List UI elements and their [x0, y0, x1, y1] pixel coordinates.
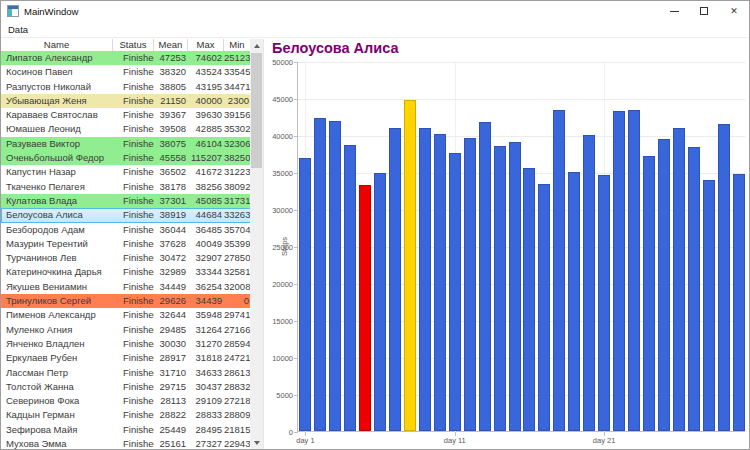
cell-status: Finished	[113, 208, 154, 222]
cell-name: Тринуликов Сергей	[1, 294, 113, 308]
cell-name: Липатов Александр	[1, 51, 113, 65]
table-row[interactable]: Капустин НазарFinished365024167231223	[1, 165, 251, 179]
x-tick-label: day 1	[275, 436, 335, 445]
table-row[interactable]: Якушев ВениаминFinished344493625432008	[1, 280, 251, 294]
cell-mean: 38178	[154, 180, 188, 194]
bar	[583, 135, 595, 431]
bar	[509, 142, 521, 431]
cell-min: 25123	[224, 51, 251, 65]
table-row[interactable]: Северинов ФокаFinished281132910927218	[1, 394, 251, 408]
cell-max: 42885	[188, 122, 224, 136]
table-row[interactable]: Муленко АгнияFinished294853126427166	[1, 323, 251, 337]
scroll-down-button[interactable]	[250, 436, 263, 449]
title-bar: MainWindow ✕	[1, 1, 749, 21]
bar	[673, 128, 685, 431]
bar	[613, 111, 625, 431]
table-row[interactable]: Лассман ПетрFinished317103463328613	[1, 366, 251, 380]
cell-name: Белоусова Алиса	[1, 208, 113, 222]
y-tick-mark	[294, 321, 298, 322]
table-row[interactable]: Безбородов АдамFinished360443648535704	[1, 223, 251, 237]
table-row[interactable]: Разуваев ВикторFinished380754610432306	[1, 137, 251, 151]
cell-max: 27327	[188, 437, 224, 449]
cell-mean: 37628	[154, 237, 188, 251]
table-row[interactable]: Толстой ЖаннаFinished297153043728832	[1, 380, 251, 394]
cell-status: Finished	[113, 380, 154, 394]
cell-mean: 38919	[154, 208, 188, 222]
table-row[interactable]: Разпустов НиколайFinished388054319534471	[1, 80, 251, 94]
table-row[interactable]: Косинов ПавелFinished383204352433545	[1, 65, 251, 79]
bar	[658, 139, 670, 431]
y-tick-label: 45000	[261, 95, 293, 104]
bar	[538, 184, 550, 431]
table-row[interactable]: Катериночкина ДарьяFinished3298933344325…	[1, 265, 251, 279]
menu-item-data[interactable]: Data	[1, 24, 35, 35]
scrollbar-thumb[interactable]	[251, 53, 262, 168]
cell-status: Finished	[113, 65, 154, 79]
cell-max: 31270	[188, 337, 224, 351]
table-row[interactable]: Юмашев ЛеонидFinished395084288535302	[1, 122, 251, 136]
cell-max: 39630	[188, 108, 224, 122]
table-row[interactable]: Тринуликов СергейFinished29626344390	[1, 294, 251, 308]
cell-mean: 39508	[154, 122, 188, 136]
cell-status: Finished	[113, 194, 154, 208]
table-row[interactable]: Кулатова ВладаFinished373014508531731	[1, 194, 251, 208]
table-row[interactable]: Пименов АлександрFinished326443594829741	[1, 308, 251, 322]
cell-name: Толстой Жанна	[1, 380, 113, 394]
table-row[interactable]: Белоусова АлисаFinished389194468433263	[1, 208, 251, 222]
table-row[interactable]: Караваев СвятославFinished39367396303915…	[1, 108, 251, 122]
y-tick-mark	[294, 173, 298, 174]
bar	[389, 128, 401, 431]
table-row[interactable]: Кадцын ГерманFinished288222883328809	[1, 408, 251, 422]
cell-max: 40000	[188, 94, 224, 108]
table-row[interactable]: Еркулаев РубенFinished289173181824721	[1, 351, 251, 365]
cell-max: 43195	[188, 80, 224, 94]
plot-area: Steps Days day 1day 11day 21050001000015…	[297, 62, 745, 432]
cell-mean: 38075	[154, 137, 188, 151]
cell-min: 35399	[224, 237, 251, 251]
cell-max: 29109	[188, 394, 224, 408]
table-row[interactable]: Ткаченко ПелагеяFinished381783825638092	[1, 180, 251, 194]
table-row[interactable]: Зефирова МайяFinished254492849521815	[1, 423, 251, 437]
table-row[interactable]: Убывающая ЖеняFinished21150400002300	[1, 94, 251, 108]
table-row[interactable]: Янченко ВладленFinished300303127028594	[1, 337, 251, 351]
table-row[interactable]: Турчанинов ЛевFinished304723290727850	[1, 251, 251, 265]
maximize-button[interactable]	[689, 1, 719, 21]
cell-max: 31264	[188, 323, 224, 337]
cell-status: Finished	[113, 423, 154, 437]
bar	[598, 175, 610, 431]
y-tick-label: 25000	[261, 243, 293, 252]
cell-min: 33263	[224, 208, 251, 222]
bar	[434, 134, 446, 431]
cell-max: 38256	[188, 180, 224, 194]
cell-status: Finished	[113, 408, 154, 422]
table-row[interactable]: Мухова ЭммаFinished251612732722943	[1, 437, 251, 449]
close-button[interactable]: ✕	[719, 1, 749, 21]
table-row[interactable]: Оченьбольшой ФедорFinished45558115207382…	[1, 151, 251, 165]
table-row[interactable]: Липатов АлександрFinished472537460225123	[1, 51, 251, 65]
cell-max: 35948	[188, 308, 224, 322]
y-tick-label: 40000	[261, 132, 293, 141]
cell-max: 115207	[188, 151, 224, 165]
table-row[interactable]: Мазурин ТерентийFinished376284004935399	[1, 237, 251, 251]
y-tick-mark	[294, 210, 298, 211]
cell-name: Зефирова Майя	[1, 423, 113, 437]
cell-status: Finished	[113, 437, 154, 449]
cell-status: Finished	[113, 94, 154, 108]
minimize-button[interactable]	[659, 1, 689, 21]
cell-status: Finished	[113, 80, 154, 94]
scroll-up-button[interactable]	[250, 39, 263, 52]
cell-min: 35704	[224, 223, 251, 237]
bar	[329, 121, 341, 431]
y-tick-mark	[294, 284, 298, 285]
cell-name: Лассман Петр	[1, 366, 113, 380]
table-body: Липатов АлександрFinished472537460225123…	[1, 51, 251, 449]
cell-status: Finished	[113, 122, 154, 136]
cell-name: Кадцын Герман	[1, 408, 113, 422]
chart-panel: Белоусова Алиса Steps Days day 1day 11da…	[264, 39, 749, 449]
cell-max: 34439	[188, 294, 224, 308]
cell-max: 41672	[188, 165, 224, 179]
cell-mean: 29626	[154, 294, 188, 308]
window-controls: ✕	[659, 1, 749, 21]
cell-status: Finished	[113, 265, 154, 279]
main-window: MainWindow ✕ Data NameStatusMeanMaxMin Л…	[0, 0, 750, 450]
